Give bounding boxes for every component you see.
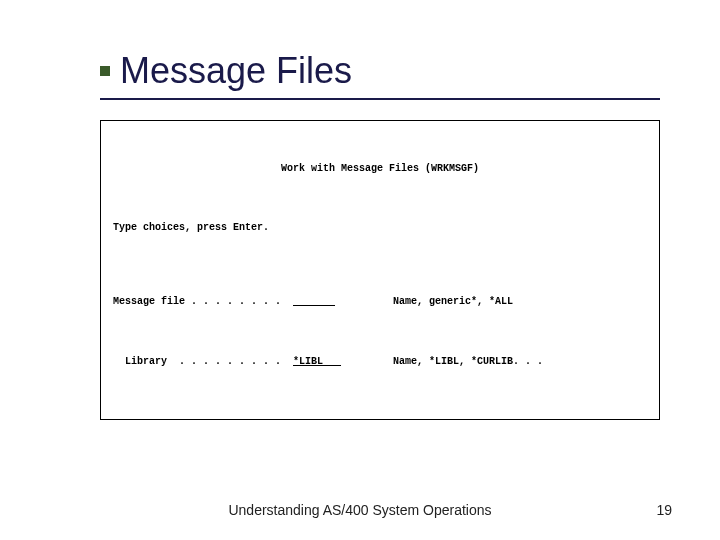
field-hint: Name, generic*, *ALL bbox=[393, 294, 647, 309]
bullet-square-icon bbox=[100, 66, 110, 76]
page-number: 19 bbox=[656, 502, 672, 518]
terminal-instruction: Type choices, press Enter. bbox=[113, 220, 647, 235]
field-label: Library . . . . . . . . . bbox=[113, 354, 293, 369]
terminal-row: Message file . . . . . . . . Name, gener… bbox=[113, 294, 647, 309]
title-underline bbox=[100, 98, 660, 100]
terminal-header: Work with Message Files (WRKMSGF) bbox=[113, 161, 647, 176]
terminal-row: Library . . . . . . . . . *LIBL Name, *L… bbox=[113, 354, 647, 369]
title-row: Message Files bbox=[100, 50, 660, 92]
field-hint: Name, *LIBL, *CURLIB. . . bbox=[393, 354, 647, 369]
slide: Message Files Work with Message Files (W… bbox=[0, 0, 720, 540]
field-value[interactable] bbox=[293, 294, 393, 309]
slide-footer: Understanding AS/400 System Operations bbox=[0, 502, 720, 518]
terminal-panel: Work with Message Files (WRKMSGF) Type c… bbox=[100, 120, 660, 420]
field-label: Message file . . . . . . . . bbox=[113, 294, 293, 309]
field-value[interactable]: *LIBL bbox=[293, 354, 393, 369]
slide-title: Message Files bbox=[120, 50, 352, 92]
